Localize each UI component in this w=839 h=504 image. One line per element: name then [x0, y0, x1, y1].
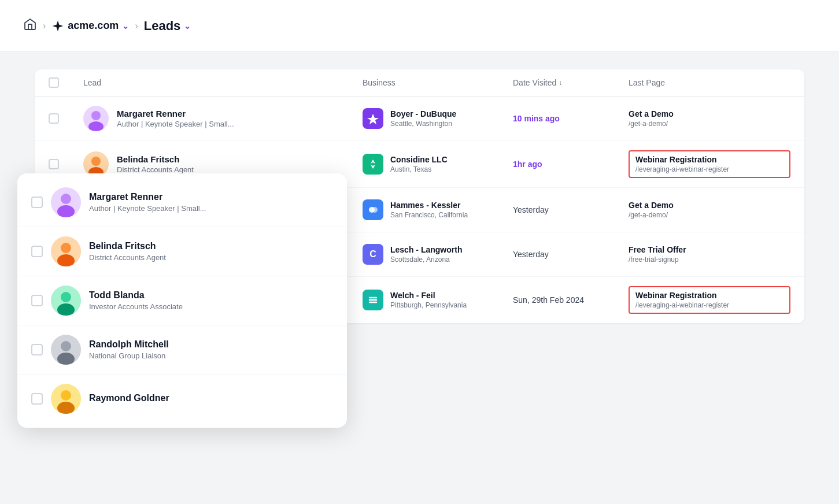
business-cell: Boyer - DuBuque Seattle, Washington	[363, 108, 513, 129]
breadcrumb-company[interactable]: acme.com ⌄	[51, 20, 129, 32]
header-lead-label: Lead	[83, 78, 101, 87]
last-page-cell: Get a Demo /get-a-demo/	[629, 109, 790, 128]
svg-point-1	[91, 111, 101, 120]
overlay-name: Raymond Goldner	[89, 393, 169, 403]
biz-location: Scottsdale, Arizona	[390, 255, 462, 264]
avatar	[51, 236, 81, 266]
row-checkbox[interactable]	[49, 113, 59, 124]
list-item[interactable]: Todd Blanda Investor Accounts Associate	[17, 276, 347, 325]
biz-info: Hammes - Kessler San Francisco, Californ…	[390, 201, 468, 219]
biz-name: Lesch - Langworth	[390, 245, 462, 254]
date-visited: Yesterday	[513, 205, 629, 214]
header-business-label: Business	[363, 78, 396, 87]
overlay-person-info: Belinda Fritsch District Accounts Agent	[89, 241, 166, 262]
business-cell: Welch - Feil Pittsburgh, Pennsylvania	[363, 290, 513, 310]
overlay-person-info: Randolph Mitchell National Group Liaison	[89, 339, 169, 360]
avatar	[83, 106, 109, 131]
lead-name: Margaret Renner	[117, 109, 234, 118]
leads-chevron[interactable]: ⌄	[184, 21, 191, 31]
overlay-title: Author | Keynote Speaker | Small...	[89, 204, 206, 213]
biz-logo	[363, 154, 383, 175]
svg-point-30	[57, 303, 75, 316]
lead-title: District Accounts Agent	[117, 165, 194, 174]
select-all-checkbox[interactable]	[49, 77, 59, 88]
list-item[interactable]: Margaret Renner Author | Keynote Speaker…	[17, 178, 347, 227]
svg-point-33	[57, 353, 75, 365]
biz-logo-letter: C	[369, 249, 376, 260]
biz-name: Boyer - DuBuque	[390, 109, 456, 118]
breadcrumb-leads[interactable]: Leads ⌄	[144, 18, 191, 34]
svg-point-26	[61, 243, 71, 253]
biz-name: Hammes - Kessler	[390, 201, 468, 210]
overlay-person-info: Margaret Renner Author | Keynote Speaker…	[89, 192, 206, 213]
list-item[interactable]: Belinda Fritsch District Accounts Agent	[17, 227, 347, 276]
lead-info: Margaret Renner Author | Keynote Speaker…	[117, 109, 234, 128]
overlay-card: Margaret Renner Author | Keynote Speaker…	[17, 173, 347, 428]
header-last-page-label: Last Page	[629, 78, 665, 87]
page-title: Free Trial Offer	[629, 245, 790, 254]
biz-logo	[363, 290, 383, 310]
avatar	[51, 335, 81, 365]
overlay-person-info: Raymond Goldner	[89, 393, 169, 405]
date-visited: Yesterday	[513, 250, 629, 259]
biz-location: San Francisco, California	[390, 211, 468, 219]
biz-name: Welch - Feil	[390, 291, 467, 300]
business-cell: Hammes - Kessler San Francisco, Californ…	[363, 199, 513, 220]
lead-cell: Margaret Renner Author | Keynote Speaker…	[83, 106, 363, 131]
svg-point-24	[57, 205, 75, 217]
overlay-name: Belinda Fritsch	[89, 241, 166, 251]
list-item[interactable]: Randolph Mitchell National Group Liaison	[17, 325, 347, 375]
avatar	[51, 384, 81, 414]
svg-point-12	[372, 207, 378, 213]
row-checkbox[interactable]	[49, 159, 59, 169]
svg-point-4	[91, 157, 101, 166]
svg-marker-7	[371, 165, 375, 169]
last-page-cell: Get a Demo /get-a-demo/	[629, 201, 790, 219]
avatar	[51, 286, 81, 316]
last-page-cell: Free Trial Offer /free-trial-signup	[629, 245, 790, 264]
biz-logo: C	[363, 244, 383, 265]
overlay-checkbox[interactable]	[31, 344, 43, 355]
last-page-cell-highlighted: Webinar Registration /leveraging-ai-webi…	[629, 150, 790, 178]
biz-location: Pittsburgh, Pennsylvania	[390, 301, 467, 309]
svg-point-27	[57, 254, 75, 266]
header-lead: Lead	[83, 78, 363, 87]
page-url: /leveraging-ai-webinar-register	[635, 165, 783, 173]
overlay-person-info: Todd Blanda Investor Accounts Associate	[89, 290, 183, 311]
company-chevron[interactable]: ⌄	[122, 21, 129, 31]
screen: › acme.com ⌄ › Leads ⌄ Lead	[0, 0, 839, 504]
biz-info: Boyer - DuBuque Seattle, Washington	[390, 109, 456, 128]
breadcrumb-sep-2: ›	[135, 21, 138, 31]
svg-point-29	[61, 292, 71, 302]
page-title: Get a Demo	[629, 109, 790, 118]
avatar	[51, 187, 81, 217]
overlay-name: Randolph Mitchell	[89, 339, 169, 350]
sort-icon: ↓	[559, 79, 562, 87]
svg-point-23	[61, 194, 71, 204]
lead-name: Belinda Fritsch	[117, 154, 194, 164]
row-checkbox-col	[49, 159, 83, 169]
page-url: /leveraging-ai-webinar-register	[635, 301, 783, 309]
overlay-checkbox[interactable]	[31, 197, 43, 208]
header-date-visited[interactable]: Date Visited ↓	[513, 78, 629, 87]
overlay-checkbox[interactable]	[31, 393, 43, 405]
overlay-title: District Accounts Agent	[89, 253, 166, 262]
date-visited: 10 mins ago	[513, 114, 629, 123]
overlay-checkbox[interactable]	[31, 295, 43, 306]
home-icon[interactable]	[23, 17, 37, 34]
breadcrumb-bar: › acme.com ⌄ › Leads ⌄	[0, 0, 839, 52]
leads-label: Leads	[144, 18, 181, 34]
lead-info: Belinda Fritsch District Accounts Agent	[117, 154, 194, 174]
page-title: Webinar Registration	[635, 155, 783, 164]
overlay-checkbox[interactable]	[31, 246, 43, 257]
svg-point-35	[61, 390, 71, 401]
overlay-name: Todd Blanda	[89, 290, 183, 301]
business-cell: Considine LLC Austin, Texas	[363, 154, 513, 175]
page-url: /get-a-demo/	[629, 211, 790, 219]
list-item[interactable]: Raymond Goldner	[17, 375, 347, 423]
company-name: acme.com	[68, 20, 119, 32]
overlay-title: National Group Liaison	[89, 351, 169, 360]
biz-location: Seattle, Washington	[390, 120, 456, 128]
header-checkbox-col	[49, 77, 83, 88]
table-row[interactable]: Margaret Renner Author | Keynote Speaker…	[35, 97, 804, 141]
